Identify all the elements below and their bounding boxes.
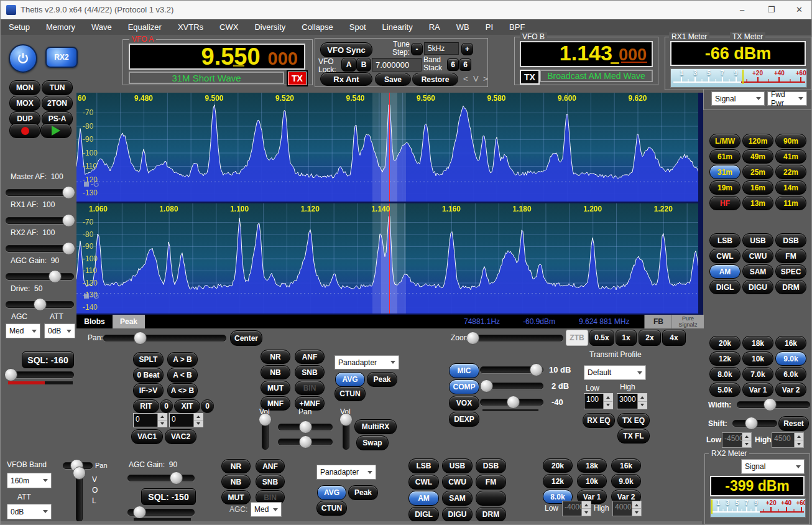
multirx-button[interactable]: MultiRX (354, 419, 397, 434)
menu-diversity[interactable]: Diversity (246, 19, 293, 35)
16k-button[interactable]: 16k (611, 458, 641, 473)
rx2-peak-button[interactable]: Peak (348, 485, 378, 500)
rx2-high-spinner[interactable]: 4000 (612, 501, 642, 516)
mox-button[interactable]: MOX (9, 96, 40, 111)
31m-button[interactable]: 31m (709, 165, 740, 179)
xit-spinner[interactable]: 0 (169, 413, 203, 427)
dsb-button[interactable]: DSB (476, 458, 506, 473)
menu-spot[interactable]: Spot (341, 19, 374, 35)
16k-button[interactable]: 16k (775, 336, 806, 350)
close-button[interactable]: ✕ (785, 1, 812, 19)
22m-button[interactable]: 22m (775, 165, 806, 179)
comp-button[interactable]: COMP (449, 379, 479, 394)
49m-button[interactable]: 49m (742, 149, 773, 164)
swap-button[interactable]: Swap (356, 435, 389, 450)
comp-slider[interactable] (480, 379, 543, 392)
sam-button[interactable]: SAM (742, 264, 773, 279)
16m-button[interactable]: 16m (742, 180, 773, 195)
rx1-pan-slider[interactable] (278, 420, 333, 433)
8-0k-button[interactable]: 8.0k (709, 367, 740, 381)
rx2-agc-gain-slider[interactable] (127, 471, 195, 485)
usb-button[interactable]: USB (742, 233, 773, 248)
spec-button[interactable]: SPEC (775, 264, 806, 279)
menu-linearity[interactable]: Linearity (374, 19, 421, 35)
cwl-button[interactable]: CWL (709, 249, 740, 263)
cwl-button[interactable]: CWL (408, 475, 439, 490)
a-b-button[interactable]: A > B (167, 352, 198, 367)
rx1-avg-button[interactable]: AVG (335, 372, 365, 387)
rx1-af-slider[interactable] (6, 213, 74, 227)
rx2-squelch-slider[interactable] (127, 505, 195, 519)
menu-memory[interactable]: Memory (38, 19, 83, 35)
pure-signal-button[interactable]: Pure Signal2 (671, 315, 704, 328)
vox-button[interactable]: VOX (449, 396, 479, 411)
multirx-vol-slider[interactable] (341, 415, 351, 450)
agc-select[interactable]: Med (6, 323, 40, 338)
rx1-squelch-button[interactable]: SQL: -160 (22, 351, 74, 368)
filter-low-spinner[interactable]: -4500 (722, 432, 752, 448)
fb-button[interactable]: FB (644, 315, 672, 328)
usb-button[interactable]: USB (442, 458, 473, 473)
vox-slider[interactable] (480, 396, 543, 408)
band-stack-2-button[interactable]: 6 (459, 58, 471, 71)
play-button[interactable] (40, 123, 72, 138)
5-0k-button[interactable]: 5.0k (709, 383, 740, 397)
maximize-button[interactable]: ❐ (757, 1, 785, 19)
rx2-af-slider[interactable] (6, 241, 74, 255)
dsb-button[interactable]: DSB (775, 233, 806, 248)
tx-eq-button[interactable]: TX EQ (617, 413, 650, 428)
rx2-power-button[interactable]: RX2 (45, 47, 78, 68)
l-mw-button[interactable]: L/MW (709, 134, 740, 148)
vac1-button[interactable]: VAC1 (131, 429, 163, 444)
menu-wb[interactable]: WB (448, 19, 478, 35)
splt-button[interactable]: SPLT (133, 352, 164, 367)
menu-collapse[interactable]: Collapse (293, 19, 341, 35)
vfo-lock-b-button[interactable]: B (356, 58, 371, 72)
menu-equalizer[interactable]: Equalizer (120, 19, 170, 35)
90m-button[interactable]: 90m (775, 134, 806, 148)
13m-button[interactable]: 13m (742, 196, 773, 210)
vfo-b-tx-button[interactable]: TX (520, 70, 540, 85)
fm-button[interactable]: FM (476, 475, 506, 490)
multirx-pan-slider[interactable] (278, 435, 333, 448)
vfob-band-select[interactable]: 160m (7, 473, 52, 488)
rx1-ctun-button[interactable]: CTUN (334, 386, 366, 401)
18k-button[interactable]: 18k (577, 458, 607, 473)
restore-button[interactable]: Restore (412, 73, 458, 86)
mic-button[interactable]: MIC (449, 363, 479, 378)
xit-zero-button[interactable]: 0 (201, 399, 214, 413)
rx2-att-select[interactable]: 0dB (7, 504, 52, 519)
vfo-a-tx-button[interactable]: TX (288, 72, 307, 85)
6-0k-button[interactable]: 6.0k (775, 367, 806, 381)
power-button[interactable] (9, 44, 37, 73)
rx1-display-mode-select[interactable]: Panadapter (334, 355, 399, 369)
vfo-lock-a-button[interactable]: A (341, 58, 356, 72)
vfo-a-frequency-display[interactable]: 9.550 000 (129, 44, 305, 70)
shift-slider[interactable] (732, 417, 777, 429)
save-button[interactable]: Save (375, 73, 411, 86)
xit-button[interactable]: XIT (174, 399, 200, 413)
rx-eq-button[interactable]: RX EQ (583, 413, 615, 428)
menu-xvtrs[interactable]: XVTRs (170, 19, 211, 35)
rx1-peak-button[interactable]: Peak (367, 372, 397, 387)
rit-spinner[interactable]: 0 (133, 413, 167, 427)
7-0k-button[interactable]: 7.0k (742, 367, 773, 381)
digl-button[interactable]: DIGL (709, 280, 740, 294)
tx-high-spinner[interactable]: 3000 (617, 393, 647, 409)
rx1-squelch-slider[interactable] (6, 368, 74, 381)
10k-button[interactable]: 10k (742, 351, 773, 366)
zoom-4x-button[interactable]: 4x (662, 330, 686, 346)
var-2-button[interactable]: Var 2 (775, 383, 806, 397)
25m-button[interactable]: 25m (742, 165, 773, 179)
if-v-button[interactable]: IF->V (133, 383, 164, 398)
rx2-panadapter[interactable] (76, 203, 698, 314)
rx1-meter-mode-select[interactable]: Signal (711, 91, 765, 106)
dexp-button[interactable]: DEXP (449, 412, 479, 427)
nr-button[interactable]: NR (261, 350, 290, 364)
0-beat-button[interactable]: 0 Beat (133, 368, 164, 383)
12k-button[interactable]: 12k (709, 351, 740, 366)
digu-button[interactable]: DIGU (442, 507, 473, 522)
mut-button[interactable]: MUT (261, 381, 290, 395)
tune-step-minus-button[interactable]: - (411, 43, 423, 55)
rx2-low-spinner[interactable]: -4000 (562, 501, 591, 516)
